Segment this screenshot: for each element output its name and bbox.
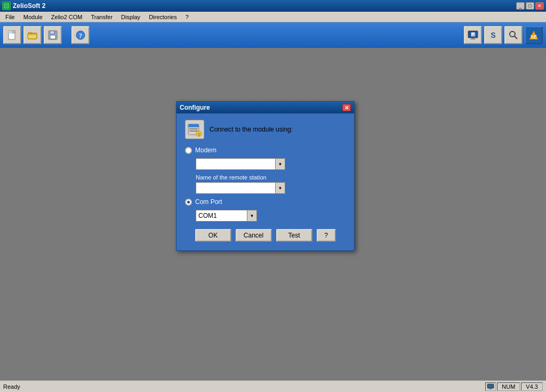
dialog-subtitle: Connect to the module using: [210, 126, 293, 133]
minimize-button[interactable]: _ [516, 2, 525, 10]
svg-rect-6 [13, 31, 15, 33]
menu-display[interactable]: Display [117, 13, 144, 21]
app-icon [2, 2, 11, 10]
status-bar-right: NUM V4.3 [485, 382, 543, 391]
svg-rect-2 [5, 4, 8, 7]
search-icon-button[interactable] [504, 26, 523, 44]
svg-rect-32 [488, 385, 493, 388]
menu-directories[interactable]: Directories [144, 13, 181, 21]
svg-rect-9 [28, 34, 37, 39]
status-bar: Ready NUM V4.3 [0, 380, 546, 392]
svg-rect-27 [189, 128, 198, 129]
num-lock-indicator: NUM [497, 382, 520, 391]
svg-rect-4 [9, 31, 13, 34]
remote-station-dropdown-arrow[interactable]: ▼ [275, 183, 285, 193]
title-bar: ZelioSoft 2 _ □ ✕ [0, 0, 546, 12]
test-button[interactable]: Test [276, 229, 312, 242]
dialog-buttons: OK Cancel Test ? [185, 229, 346, 242]
comport-radio-button[interactable] [185, 199, 192, 206]
app-title: ZelioSoft 2 [13, 2, 45, 10]
monitor-icon-button[interactable]: 📊 [464, 26, 482, 44]
comport-radio-row[interactable]: Com Port [185, 198, 346, 206]
close-button[interactable]: ✕ [535, 2, 544, 10]
menu-module[interactable]: Module [19, 13, 47, 21]
maximize-button[interactable]: □ [526, 2, 534, 10]
svg-rect-28 [189, 130, 198, 132]
svg-rect-26 [188, 124, 199, 127]
dialog-close-button[interactable]: ✕ [342, 104, 351, 111]
dialog-title-bar: Configure ✕ [176, 102, 354, 113]
status-monitor-icon[interactable] [485, 382, 496, 391]
save-button[interactable] [44, 26, 62, 44]
svg-text:📊: 📊 [471, 32, 476, 37]
comport-dropdown[interactable]: COM1 ▼ [196, 210, 257, 222]
svg-rect-12 [50, 35, 55, 39]
svg-rect-18 [471, 38, 475, 39]
s-icon-button[interactable]: S [484, 26, 502, 44]
svg-rect-13 [54, 31, 55, 34]
comport-label: Com Port [195, 198, 222, 206]
modem-dropdown-row: ▼ [196, 158, 346, 170]
modem-radio-button[interactable] [185, 147, 192, 154]
configure-dialog: Configure ✕ ! Connect to the module usi [176, 101, 355, 251]
modem-label: Modem [195, 146, 216, 154]
dialog-header: ! Connect to the module using: [185, 120, 346, 139]
modem-dropdown-arrow[interactable]: ▼ [275, 159, 285, 169]
comport-dropdown-arrow[interactable]: ▼ [247, 210, 256, 221]
dialog-icon: ! [185, 120, 204, 139]
remote-station-row: Name of the remote station ▼ [196, 174, 346, 194]
menu-transfer[interactable]: Transfer [87, 13, 117, 21]
brand-icon-button[interactable]: SE [525, 26, 543, 44]
svg-text:?: ? [79, 31, 83, 39]
open-button[interactable] [23, 26, 42, 44]
ok-button[interactable]: OK [195, 229, 231, 242]
status-text: Ready [3, 383, 20, 390]
menu-file[interactable]: File [1, 13, 19, 21]
main-area: Configure ✕ ! Connect to the module usi [0, 48, 546, 380]
svg-rect-33 [489, 388, 492, 389]
help-button[interactable]: ? [71, 26, 90, 44]
svg-rect-34 [489, 389, 492, 389]
dialog-body: ! Connect to the module using: Modem ▼ N… [176, 113, 354, 250]
remote-station-label: Name of the remote station [196, 174, 346, 181]
dialog-title: Configure [180, 104, 210, 111]
new-button[interactable] [3, 26, 21, 44]
menu-zelio2com[interactable]: Zelio2 COM [47, 13, 87, 21]
modem-dropdown[interactable]: ▼ [196, 158, 285, 170]
toolbar: ? 📊 S SE [0, 22, 546, 48]
menu-help[interactable]: ? [181, 13, 193, 21]
svg-text:SE: SE [531, 34, 537, 39]
window-controls: _ □ ✕ [516, 2, 544, 10]
svg-point-21 [510, 31, 515, 37]
comport-value: COM1 [198, 212, 254, 219]
remote-station-dropdown[interactable]: ▼ [196, 182, 285, 194]
svg-rect-19 [470, 39, 476, 39]
svg-line-22 [515, 36, 517, 39]
svg-rect-11 [50, 31, 54, 34]
modem-radio-row[interactable]: Modem [185, 146, 346, 154]
menu-bar: File Module Zelio2 COM Transfer Display … [0, 12, 546, 22]
comport-dropdown-row: COM1 ▼ [196, 210, 346, 222]
cancel-button[interactable]: Cancel [236, 229, 272, 242]
dialog-help-button[interactable]: ? [317, 229, 336, 242]
svg-text:!: ! [198, 132, 200, 137]
version-indicator: V4.3 [521, 382, 543, 391]
